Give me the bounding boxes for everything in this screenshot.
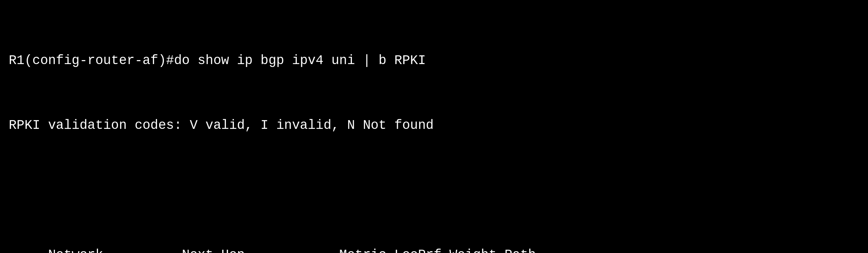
terminal-line-3 [9,179,859,201]
terminal-line-1: R1(config-router-af)#do show ip bgp ipv4… [9,50,859,71]
terminal-line-4: Network Next Hop Metric LocPrf Weight Pa… [9,244,859,253]
terminal-window[interactable]: R1(config-router-af)#do show ip bgp ipv4… [0,0,868,253]
terminal-line-2: RPKI validation codes: V valid, I invali… [9,115,859,136]
